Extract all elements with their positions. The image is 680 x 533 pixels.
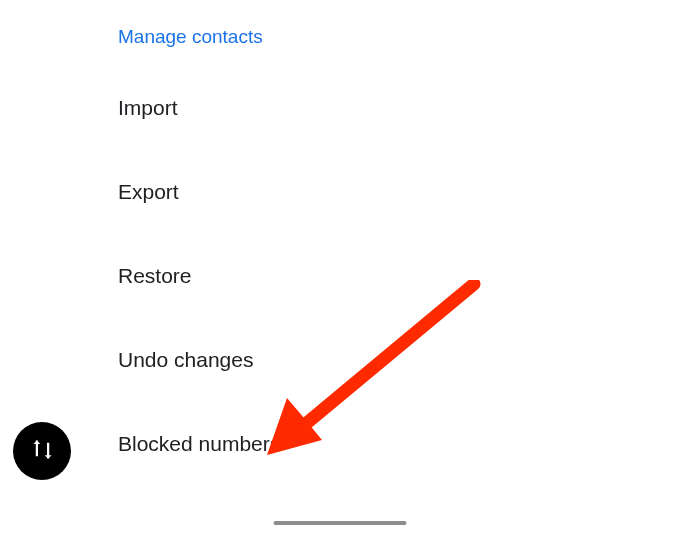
fab-button[interactable] bbox=[13, 422, 71, 480]
menu-item-restore[interactable]: Restore bbox=[118, 264, 680, 288]
navigation-bar-handle[interactable] bbox=[274, 521, 407, 525]
menu-item-import[interactable]: Import bbox=[118, 96, 680, 120]
menu-item-blocked-numbers[interactable]: Blocked numbers bbox=[118, 432, 680, 456]
sync-icon bbox=[29, 436, 56, 467]
section-header-manage-contacts: Manage contacts bbox=[118, 26, 680, 48]
menu-item-undo-changes[interactable]: Undo changes bbox=[118, 348, 680, 372]
menu-item-export[interactable]: Export bbox=[118, 180, 680, 204]
